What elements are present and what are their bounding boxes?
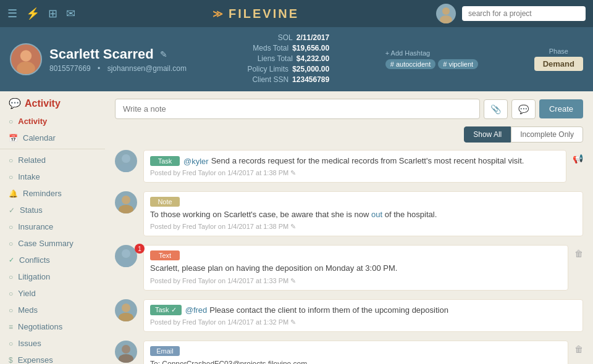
task-badge-1: Task [150, 156, 180, 166]
client-name-edit-icon[interactable]: ✎ [160, 49, 167, 59]
policy-label: Policy Limits [247, 65, 288, 73]
stats-grid: SOL 2/11/2017 Meds Total $19,656.00 Lien… [247, 33, 329, 85]
activity-meta-4: Posted by Fred Taylor on 1/4/2017 at 1:3… [150, 318, 576, 326]
sidebar-item-reminders[interactable]: 🔔 Reminders [0, 185, 105, 202]
phase-section: Phase Demand [534, 48, 583, 71]
sidebar-case-summary-label: Case Summary [18, 239, 74, 248]
mention-kyler: @kyler [183, 157, 209, 166]
case-summary-icon: ○ [9, 239, 13, 248]
grid-icon[interactable]: ⊞ [48, 7, 57, 20]
sidebar-negotiations-label: Negotiations [18, 322, 62, 331]
sidebar-item-calendar[interactable]: 📅 Calendar [0, 130, 105, 146]
related-icon: ○ [9, 156, 13, 165]
edit-icon-1[interactable]: ✎ [290, 169, 296, 176]
meds-value: $19,656.00 [292, 44, 329, 52]
add-hashtag-button[interactable]: + Add Hashtag [385, 49, 430, 57]
nav-left: ☰ ⚡ ⊞ ✉ [7, 7, 75, 20]
notify-icon-1[interactable]: 📢 [573, 150, 583, 163]
svg-point-0 [442, 7, 450, 15]
sidebar-meds-label: Meds [18, 305, 38, 315]
case-stats: SOL 2/11/2017 Meds Total $19,656.00 Lien… [247, 33, 329, 85]
svg-point-13 [122, 345, 130, 354]
sidebar-item-yield[interactable]: ○ Yield [0, 285, 105, 302]
svg-point-11 [122, 304, 130, 312]
client-email: sjohannsen@gmail.com [107, 64, 187, 73]
svg-point-6 [119, 163, 133, 172]
sidebar-item-meds[interactable]: ○ Meds [0, 302, 105, 318]
sidebar-calendar-label: Calendar [23, 133, 56, 143]
activity-header-4: Task ✓ @fred Please contact the client t… [150, 305, 576, 316]
activity-avatar-2 [115, 191, 137, 213]
delete-icon-5[interactable]: 🗑 [574, 341, 583, 354]
ssn-value: 123456789 [292, 75, 329, 84]
edit-icon-4[interactable]: ✎ [290, 318, 296, 326]
client-phone: 8015577669 [49, 64, 91, 73]
email-to: To: ConnerCrashedFC03@projects.filevine.… [150, 358, 561, 364]
content-area: 📎 💬 Create Show All Incomplete Only Task… [105, 91, 593, 364]
note-bar: 📎 💬 Create [115, 99, 583, 119]
sidebar-issues-label: Issues [18, 339, 41, 348]
activity-content-4: Task ✓ @fred Please contact the client t… [143, 299, 583, 332]
activity-meta-3: Posted by Fred Taylor on 1/4/2017 at 1:3… [150, 277, 561, 285]
mail-icon[interactable]: ✉ [66, 7, 75, 20]
incomplete-only-filter[interactable]: Incomplete Only [511, 126, 583, 143]
out-link[interactable]: out [371, 210, 382, 219]
svg-point-3 [17, 62, 35, 75]
sidebar-item-related[interactable]: ○ Related [0, 152, 105, 168]
activity-avatar-1 [115, 150, 137, 172]
yield-icon: ○ [9, 289, 13, 298]
sidebar-item-issues[interactable]: ○ Issues [0, 335, 105, 352]
sidebar-item-litigation[interactable]: ○ Litigation [0, 268, 105, 285]
negotiations-icon: ≡ [9, 323, 13, 331]
logo-chevron: ≫ [212, 8, 225, 20]
edit-icon-3[interactable]: ✎ [290, 277, 296, 284]
hamburger-icon[interactable]: ☰ [7, 7, 17, 20]
show-all-filter[interactable]: Show All [464, 126, 511, 143]
chat-icon: 💬 [9, 97, 21, 109]
activity-header-3: Text [150, 250, 561, 260]
filter-bar: Show All Incomplete Only [115, 126, 583, 143]
main-layout: 💬 Activity ○ Activity 📅 Calendar ○ Relat… [0, 91, 593, 364]
hashtag-section: + Add Hashtag autoccident vipclient [385, 49, 478, 69]
hashtag-tags: autoccident vipclient [385, 59, 478, 69]
phase-badge[interactable]: Demand [534, 57, 583, 71]
insurance-icon: ○ [9, 223, 13, 231]
activity-header-2: Note [150, 197, 576, 207]
svg-point-1 [440, 15, 452, 23]
logo: ≫ FILEVINE [212, 7, 299, 21]
sidebar-related-label: Related [18, 155, 46, 165]
sidebar-item-activity[interactable]: ○ Activity [0, 113, 105, 130]
sol-value: 2/11/2017 [296, 33, 329, 42]
liens-label: Liens Total [258, 54, 293, 63]
sidebar-item-negotiations[interactable]: ≡ Negotiations [0, 318, 105, 335]
liens-stat: Liens Total $4,232.00 [258, 54, 330, 63]
calendar-icon: 📅 [9, 134, 18, 143]
activity-item-text-1: 1 Text Scarlett, please plan on having t… [115, 245, 583, 290]
policy-value: $25,000.00 [292, 65, 329, 73]
attachment-icon-button[interactable]: 📎 [484, 99, 508, 119]
meds-label: Meds Total [253, 44, 288, 52]
activity-content-2: Note To those working on Scarlett's case… [143, 191, 583, 236]
delete-icon-3[interactable]: 🗑 [574, 245, 583, 259]
user-avatar[interactable] [436, 4, 456, 23]
activity-item-task-1: Task @kyler Send a records request for t… [115, 150, 583, 183]
tag-autoccident[interactable]: autoccident [385, 59, 435, 69]
status-icon: ✓ [9, 206, 15, 215]
sidebar-item-case-summary[interactable]: ○ Case Summary [0, 235, 105, 252]
sidebar-item-insurance[interactable]: ○ Insurance [0, 218, 105, 235]
edit-icon-2[interactable]: ✎ [290, 223, 296, 230]
note-input[interactable] [115, 99, 480, 119]
sidebar-item-expenses[interactable]: $ Expenses [0, 352, 105, 364]
svg-point-7 [122, 196, 130, 204]
create-button[interactable]: Create [539, 99, 583, 118]
sidebar-item-status[interactable]: ✓ Status [0, 202, 105, 218]
expenses-icon: $ [9, 356, 13, 365]
bolt-icon[interactable]: ⚡ [26, 7, 40, 20]
sidebar-status-label: Status [20, 205, 43, 215]
tag-vipclient[interactable]: vipclient [438, 59, 478, 69]
sidebar-item-intake[interactable]: ○ Intake [0, 168, 105, 185]
project-search-input[interactable] [462, 6, 586, 21]
comment-icon-button[interactable]: 💬 [511, 99, 536, 119]
activity-meta-1: Posted by Fred Taylor on 1/4/2017 at 1:3… [150, 169, 560, 177]
sidebar-item-conflicts[interactable]: ✓ Conflicts [0, 252, 105, 268]
